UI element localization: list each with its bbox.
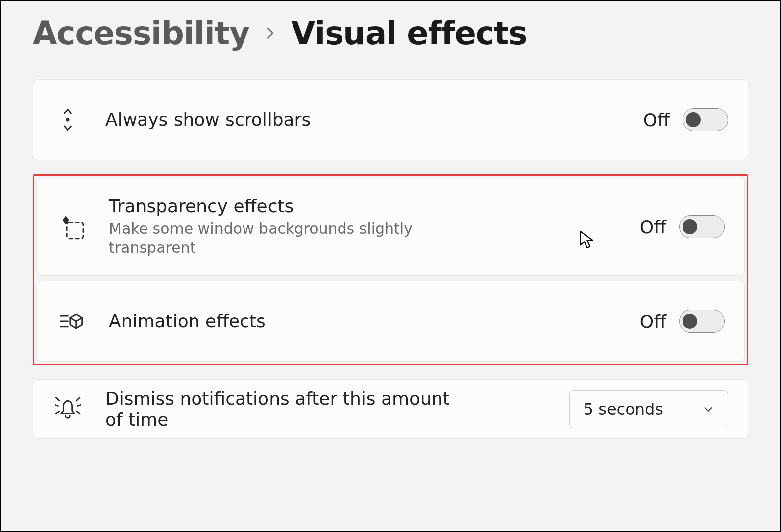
toggle-animation-effects[interactable] bbox=[679, 310, 725, 333]
svg-line-5 bbox=[56, 397, 59, 401]
svg-line-9 bbox=[78, 405, 81, 406]
setting-title: Transparency effects bbox=[109, 196, 617, 216]
toggle-state-label: Off bbox=[640, 217, 666, 237]
svg-line-6 bbox=[55, 405, 58, 406]
svg-point-0 bbox=[66, 118, 70, 122]
toggle-knob bbox=[683, 219, 697, 234]
setting-title: Animation effects bbox=[109, 311, 617, 331]
setting-title: Dismiss notifications after this amount … bbox=[105, 388, 462, 430]
toggle-state-label: Off bbox=[640, 311, 666, 332]
breadcrumb-parent[interactable]: Accessibility bbox=[33, 15, 249, 51]
setting-dismiss-notifications: Dismiss notifications after this amount … bbox=[33, 379, 748, 439]
highlighted-group: Transparency effects Make some window ba… bbox=[33, 174, 748, 365]
svg-line-8 bbox=[76, 397, 80, 401]
setting-transparency-effects: Transparency effects Make some window ba… bbox=[36, 178, 745, 276]
animation-icon bbox=[56, 308, 86, 334]
toggle-knob bbox=[683, 314, 697, 329]
transparency-icon bbox=[56, 214, 86, 240]
setting-animation-effects: Animation effects Off bbox=[36, 281, 745, 362]
page-title: Visual effects bbox=[291, 15, 527, 51]
toggle-state-label: Off bbox=[643, 110, 670, 130]
dismiss-time-select[interactable]: 5 seconds bbox=[569, 390, 728, 428]
breadcrumb: Accessibility Visual effects bbox=[33, 15, 748, 51]
svg-line-10 bbox=[76, 411, 80, 413]
chevron-down-icon bbox=[703, 404, 714, 415]
chevron-right-icon bbox=[263, 26, 277, 40]
toggle-knob bbox=[686, 112, 701, 127]
setting-description: Make some window backgrounds slightly tr… bbox=[109, 219, 426, 257]
toggle-transparency-effects[interactable] bbox=[679, 215, 725, 238]
svg-line-7 bbox=[56, 411, 59, 413]
settings-list: Always show scrollbars Off Transparenc bbox=[33, 79, 748, 439]
setting-always-show-scrollbars: Always show scrollbars Off bbox=[33, 79, 748, 160]
scrollbar-icon bbox=[53, 107, 83, 133]
notification-icon bbox=[53, 396, 83, 422]
select-value: 5 seconds bbox=[584, 400, 663, 419]
toggle-always-show-scrollbars[interactable] bbox=[683, 108, 728, 131]
setting-title: Always show scrollbars bbox=[105, 109, 621, 130]
